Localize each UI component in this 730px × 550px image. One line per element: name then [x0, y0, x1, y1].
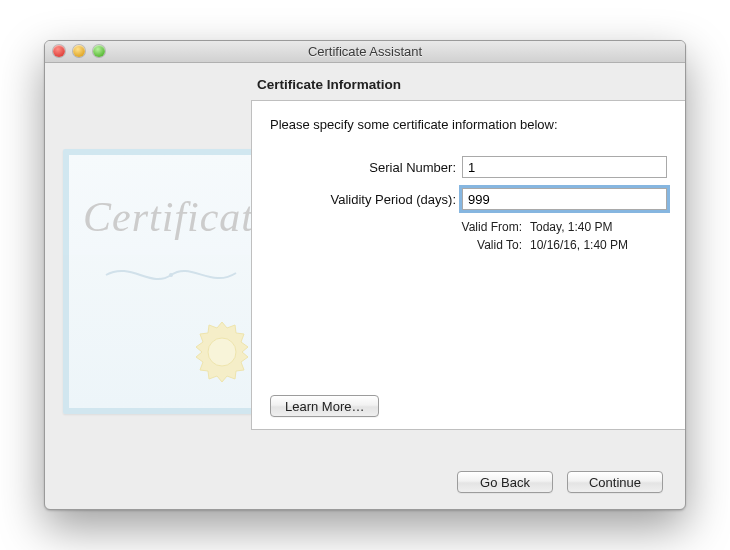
label-valid-from: Valid From: — [270, 220, 530, 234]
row-validity: Validity Period (days): — [270, 188, 667, 210]
go-back-button[interactable]: Go Back — [457, 471, 553, 493]
serial-number-input[interactable] — [462, 156, 667, 178]
form-frame: Please specify some certificate informat… — [251, 100, 686, 430]
value-valid-from: Today, 1:40 PM — [530, 220, 613, 234]
certificate-graphic: Certificate — [63, 149, 278, 414]
footer-buttons: Go Back Continue — [45, 471, 685, 509]
svg-point-1 — [208, 338, 236, 366]
close-icon[interactable] — [53, 45, 65, 57]
flourish-icon — [101, 263, 241, 283]
window: Certificate Assistant Certificate Certif… — [44, 40, 686, 510]
svg-point-0 — [169, 273, 173, 277]
row-valid-to: Valid To: 10/16/16, 1:40 PM — [270, 238, 667, 252]
label-serial-number: Serial Number: — [270, 160, 462, 175]
window-title: Certificate Assistant — [45, 44, 685, 59]
row-serial: Serial Number: — [270, 156, 667, 178]
value-valid-to: 10/16/16, 1:40 PM — [530, 238, 628, 252]
row-valid-from: Valid From: Today, 1:40 PM — [270, 220, 667, 234]
label-valid-to: Valid To: — [270, 238, 530, 252]
zoom-icon[interactable] — [93, 45, 105, 57]
continue-button[interactable]: Continue — [567, 471, 663, 493]
learn-more-button[interactable]: Learn More… — [270, 395, 379, 417]
label-validity-period: Validity Period (days): — [270, 192, 462, 207]
window-controls — [53, 45, 105, 57]
validity-period-input[interactable] — [462, 188, 667, 210]
certificate-script-text: Certificate — [83, 193, 274, 241]
instruction-text: Please specify some certificate informat… — [270, 117, 667, 132]
certificate-card: Certificate — [63, 149, 278, 414]
page-heading: Certificate Information — [257, 77, 663, 92]
minimize-icon[interactable] — [73, 45, 85, 57]
seal-icon — [190, 320, 254, 384]
titlebar: Certificate Assistant — [45, 41, 685, 63]
validity-info: Valid From: Today, 1:40 PM Valid To: 10/… — [270, 220, 667, 252]
content-area: Certificate Certificate Information Plea… — [45, 63, 685, 471]
